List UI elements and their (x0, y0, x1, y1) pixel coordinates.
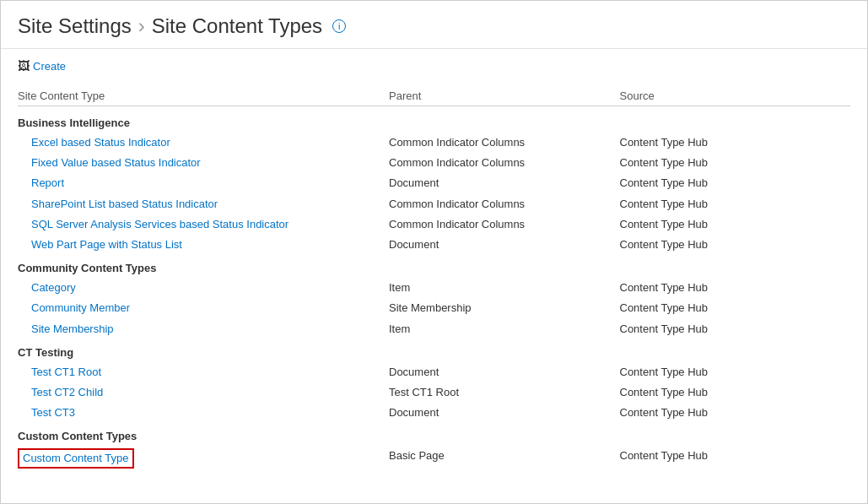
col-header-type: Site Content Type (18, 89, 389, 102)
table-row: ReportDocumentContent Type Hub (18, 173, 850, 193)
content-type-name-cell: SharePoint List based Status Indicator (18, 197, 389, 212)
content-type-link[interactable]: Test CT3 (18, 406, 75, 419)
content-type-link[interactable]: Report (18, 176, 64, 189)
content-type-link[interactable]: Test CT2 Child (18, 386, 103, 398)
create-icon: 🖼 (18, 59, 30, 73)
content-type-link[interactable]: Test CT1 Root (18, 366, 101, 378)
parent-cell: Common Indicator Columns (389, 197, 620, 212)
page-header: Site Settings › Site Content Types i (1, 1, 867, 49)
group-header-2: CT Testing (18, 339, 850, 362)
source-cell: Content Type Hub (620, 448, 851, 469)
source-cell: Content Type Hub (620, 405, 851, 420)
content-type-name-cell: Report (18, 176, 389, 191)
parent-cell: Document (389, 237, 620, 252)
table-row: Test CT2 ChildTest CT1 RootContent Type … (18, 382, 850, 403)
table-row: SharePoint List based Status IndicatorCo… (18, 194, 850, 214)
source-cell: Content Type Hub (620, 197, 851, 212)
table-row: Test CT1 RootDocumentContent Type Hub (18, 362, 850, 382)
source-cell: Content Type Hub (620, 385, 851, 400)
parent-cell: Item (389, 280, 620, 295)
table-row: Custom Content TypeBasic PageContent Typ… (18, 446, 850, 471)
content-type-name-cell: Web Part Page with Status List (18, 237, 389, 252)
table-row: Site MembershipItemContent Type Hub (18, 319, 850, 339)
source-cell: Content Type Hub (620, 176, 851, 191)
source-cell: Content Type Hub (620, 322, 851, 337)
groups-container: Business IntelligenceExcel based Status … (18, 110, 850, 471)
source-cell: Content Type Hub (620, 135, 851, 150)
parent-cell: Test CT1 Root (389, 385, 620, 400)
content-type-name-cell: Custom Content Type (18, 448, 389, 469)
content-type-name-cell: Test CT2 Child (18, 385, 389, 400)
content-type-link[interactable]: Excel based Status Indicator (18, 136, 170, 149)
source-cell: Content Type Hub (620, 217, 851, 232)
breadcrumb[interactable]: Site Settings (18, 14, 132, 38)
col-header-source: Source (620, 89, 851, 102)
page-title: Site Settings › Site Content Types i (18, 14, 850, 38)
parent-cell: Site Membership (389, 301, 620, 316)
source-cell: Content Type Hub (620, 365, 851, 380)
content-type-link[interactable]: Web Part Page with Status List (18, 238, 182, 251)
breadcrumb-separator: › (138, 14, 145, 38)
group-header-3: Custom Content Types (18, 423, 850, 446)
parent-cell: Basic Page (389, 448, 620, 469)
content-type-link[interactable]: Site Membership (18, 322, 114, 335)
group-header-0: Business Intelligence (18, 110, 850, 133)
content-types-table: Site Content Type Parent Source Business… (18, 86, 850, 471)
group-header-1: Community Content Types (18, 255, 850, 278)
content-type-name-cell: Test CT1 Root (18, 365, 389, 380)
info-icon[interactable]: i (332, 19, 346, 33)
table-row: Excel based Status IndicatorCommon Indic… (18, 133, 850, 153)
parent-cell: Document (389, 365, 620, 380)
content-type-link[interactable]: SharePoint List based Status Indicator (18, 198, 218, 210)
table-row: SQL Server Analysis Services based Statu… (18, 214, 850, 235)
content-type-name-cell: Test CT3 (18, 405, 389, 420)
content-type-link[interactable]: Fixed Value based Status Indicator (18, 156, 201, 169)
parent-cell: Common Indicator Columns (389, 135, 620, 150)
content-type-name-cell: Site Membership (18, 322, 389, 337)
title-text: Site Content Types (152, 14, 322, 38)
table-row: Fixed Value based Status IndicatorCommon… (18, 153, 850, 173)
parent-cell: Common Indicator Columns (389, 217, 620, 232)
parent-cell: Common Indicator Columns (389, 155, 620, 171)
content-type-name-cell: Category (18, 280, 389, 295)
source-cell: Content Type Hub (620, 280, 851, 295)
create-button[interactable]: Create (33, 60, 66, 73)
source-cell: Content Type Hub (620, 155, 851, 171)
content-type-name-cell: Community Member (18, 301, 389, 316)
table-row: CategoryItemContent Type Hub (18, 278, 850, 298)
parent-cell: Item (389, 322, 620, 337)
table-header: Site Content Type Parent Source (18, 86, 850, 106)
content-type-link[interactable]: SQL Server Analysis Services based Statu… (18, 218, 288, 230)
content-area: 🖼 Create Site Content Type Parent Source… (1, 49, 867, 481)
content-type-name-cell: Excel based Status Indicator (18, 135, 389, 150)
create-link-row: 🖼 Create (18, 59, 850, 73)
parent-cell: Document (389, 405, 620, 420)
content-type-link[interactable]: Community Member (18, 301, 130, 314)
source-cell: Content Type Hub (620, 237, 851, 252)
page-wrapper: Site Settings › Site Content Types i 🖼 C… (0, 0, 868, 504)
table-row: Test CT3DocumentContent Type Hub (18, 403, 850, 423)
content-type-link[interactable]: Custom Content Type (18, 448, 134, 469)
content-type-name-cell: Fixed Value based Status Indicator (18, 155, 389, 171)
table-row: Web Part Page with Status ListDocumentCo… (18, 235, 850, 255)
table-row: Community MemberSite MembershipContent T… (18, 298, 850, 318)
content-type-link[interactable]: Category (18, 281, 76, 294)
content-type-name-cell: SQL Server Analysis Services based Statu… (18, 217, 389, 232)
col-header-parent: Parent (389, 89, 620, 102)
parent-cell: Document (389, 176, 620, 191)
source-cell: Content Type Hub (620, 301, 851, 316)
